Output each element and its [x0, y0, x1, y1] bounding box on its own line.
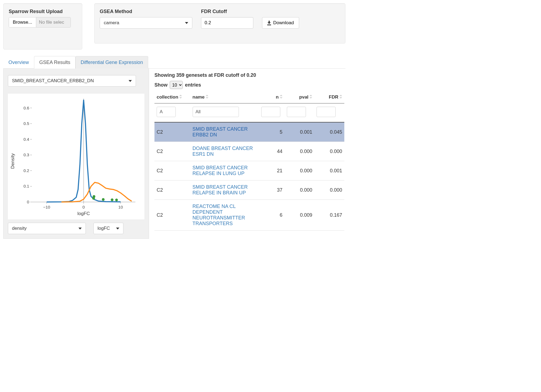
upload-label: Sparrow Result Upload — [9, 9, 77, 14]
tab-gsea-results[interactable]: GSEA Results — [34, 56, 75, 69]
density-chart: 00.10.20.30.40.50.6−10010logFC — [16, 96, 138, 218]
file-placeholder: No file selec — [36, 17, 71, 27]
cell-pval: 0.000 — [285, 180, 315, 200]
filter-collection[interactable] — [157, 107, 176, 117]
svg-text:0.4: 0.4 — [23, 137, 29, 142]
cell-n: 44 — [259, 142, 285, 161]
tab-dge[interactable]: Differential Gene Expression — [75, 56, 148, 69]
cell-name: SMID BREAST CANCER ERBB2 DN — [190, 122, 259, 142]
cell-pval: 0.000 — [285, 142, 315, 161]
geneset-link[interactable]: DOANE BREAST CANCER ESR1 DN — [193, 146, 253, 157]
cell-pval: 0.009 — [285, 200, 315, 231]
geneset-value: SMID_BREAST_CANCER_ERBB2_DN — [12, 78, 94, 84]
show-entries: Show 10 entries — [154, 81, 344, 89]
download-button[interactable]: Download — [262, 17, 299, 29]
svg-point-27 — [115, 199, 118, 201]
method-label: GSEA Method — [100, 9, 192, 14]
table-row[interactable]: C2SMID BREAST CANCER ERBB2 DN50.0010.045 — [154, 122, 344, 142]
svg-point-25 — [102, 198, 105, 201]
sort-icon — [309, 95, 312, 99]
entries-select[interactable]: 10 — [170, 81, 183, 89]
results-pane: Showing 359 genesets at FDR cutoff of 0.… — [149, 69, 345, 239]
fdr-input[interactable] — [201, 17, 253, 29]
file-input[interactable]: Browse... No file selec — [9, 17, 71, 27]
upload-panel: Sparrow Result Upload Browse... No file … — [3, 3, 82, 50]
tabs: Overview GSEA Results Differential Gene … — [3, 56, 345, 69]
plot-xvar-value: logFC — [98, 226, 110, 231]
sort-icon — [179, 95, 182, 99]
sort-icon — [280, 95, 282, 99]
chart-card: Density 00.10.20.30.40.50.6−10010logFC — [8, 94, 144, 219]
svg-text:10: 10 — [118, 205, 123, 209]
cell-pval: 0.000 — [285, 161, 315, 180]
table-row[interactable]: C2SMID BREAST CANCER RELAPSE IN LUNG UP2… — [154, 161, 344, 180]
geneset-link[interactable]: SMID BREAST CANCER RELAPSE IN BRAIN UP — [193, 184, 248, 195]
svg-text:0.1: 0.1 — [23, 184, 29, 188]
params-panel: GSEA Method camera FDR Cutoff Download — [94, 3, 345, 44]
cell-fdr: 0.001 — [314, 161, 344, 180]
download-icon — [267, 21, 271, 25]
svg-text:0.6: 0.6 — [23, 106, 29, 110]
chart-pane: SMID_BREAST_CANCER_ERBB2_DN Density 00.1… — [3, 69, 149, 239]
y-axis-label: Density — [9, 96, 16, 218]
svg-text:0: 0 — [83, 205, 85, 209]
browse-button[interactable]: Browse... — [9, 17, 36, 27]
method-value: camera — [104, 20, 119, 26]
th-pval[interactable]: pval — [285, 92, 315, 103]
method-select[interactable]: camera — [100, 17, 192, 29]
table-row[interactable]: C2SMID BREAST CANCER RELAPSE IN BRAIN UP… — [154, 180, 344, 200]
svg-text:−10: −10 — [43, 205, 50, 209]
results-summary: Showing 359 genesets at FDR cutoff of 0.… — [154, 72, 344, 78]
cell-fdr: 0.167 — [314, 200, 344, 231]
cell-n: 21 — [259, 161, 285, 180]
svg-text:0.3: 0.3 — [23, 152, 29, 157]
svg-text:0: 0 — [27, 200, 29, 204]
cell-collection: C2 — [154, 180, 190, 200]
geneset-link[interactable]: SMID BREAST CANCER ERBB2 DN — [193, 126, 248, 137]
filter-n[interactable] — [261, 107, 280, 117]
cell-fdr: 0.045 — [314, 122, 344, 142]
th-name[interactable]: name — [190, 92, 259, 103]
sort-icon — [339, 95, 342, 99]
filter-name[interactable] — [193, 107, 239, 117]
plot-type-value: density — [12, 226, 27, 231]
cell-collection: C2 — [154, 161, 190, 180]
cell-fdr: 0.000 — [314, 180, 344, 200]
geneset-link[interactable]: SMID BREAST CANCER RELAPSE IN LUNG UP — [193, 165, 248, 176]
plot-xvar-select[interactable]: logFC — [93, 223, 123, 234]
svg-point-26 — [111, 198, 114, 201]
chevron-down-icon — [116, 228, 119, 229]
th-n[interactable]: n — [259, 92, 285, 103]
table-row[interactable]: C2DOANE BREAST CANCER ESR1 DN440.0000.00… — [154, 142, 344, 161]
cell-name: DOANE BREAST CANCER ESR1 DN — [190, 142, 259, 161]
cell-name: REACTOME NA CL DEPENDENT NEUROTRANSMITTE… — [190, 200, 259, 231]
filter-pval[interactable] — [287, 107, 306, 117]
th-collection[interactable]: collection — [154, 92, 190, 103]
cell-collection: C2 — [154, 122, 190, 142]
cell-collection: C2 — [154, 200, 190, 231]
fdr-label: FDR Cutoff — [201, 9, 253, 14]
cell-n: 6 — [259, 200, 285, 231]
geneset-link[interactable]: REACTOME NA CL DEPENDENT NEUROTRANSMITTE… — [193, 204, 245, 226]
svg-text:logFC: logFC — [77, 211, 90, 216]
download-label: Download — [273, 20, 294, 26]
chevron-down-icon — [78, 228, 82, 229]
cell-collection: C2 — [154, 142, 190, 161]
chevron-down-icon — [185, 22, 188, 24]
cell-name: SMID BREAST CANCER RELAPSE IN LUNG UP — [190, 161, 259, 180]
results-table: collection name n pval FDR C2SMID BREAST… — [154, 92, 344, 231]
geneset-select[interactable]: SMID_BREAST_CANCER_ERBB2_DN — [8, 75, 136, 87]
th-fdr[interactable]: FDR — [314, 92, 344, 103]
chevron-down-icon — [129, 80, 132, 82]
tab-overview[interactable]: Overview — [3, 56, 34, 69]
table-row[interactable]: C2REACTOME NA CL DEPENDENT NEUROTRANSMIT… — [154, 200, 344, 231]
svg-point-24 — [93, 195, 95, 198]
plot-type-select[interactable]: density — [8, 223, 86, 234]
svg-text:0.5: 0.5 — [23, 121, 29, 126]
cell-name: SMID BREAST CANCER RELAPSE IN BRAIN UP — [190, 180, 259, 200]
cell-n: 5 — [259, 122, 285, 142]
cell-n: 37 — [259, 180, 285, 200]
filter-fdr[interactable] — [317, 107, 336, 117]
svg-text:0.2: 0.2 — [23, 168, 29, 173]
sort-icon — [206, 95, 208, 99]
